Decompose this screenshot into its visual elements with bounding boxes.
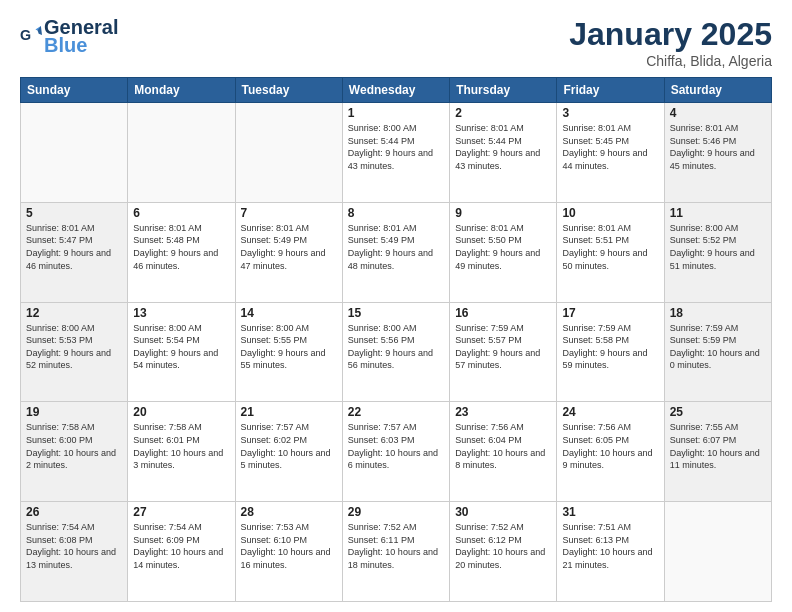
header: G General Blue January 2025 Chiffa, Blid… bbox=[20, 16, 772, 69]
day-number: 10 bbox=[562, 206, 658, 220]
svg-text:G: G bbox=[20, 27, 31, 43]
day-cell-20: 20Sunrise: 7:58 AM Sunset: 6:01 PM Dayli… bbox=[128, 402, 235, 502]
day-number: 11 bbox=[670, 206, 766, 220]
day-info: Sunrise: 7:58 AM Sunset: 6:01 PM Dayligh… bbox=[133, 421, 229, 471]
day-number: 30 bbox=[455, 505, 551, 519]
day-number: 9 bbox=[455, 206, 551, 220]
day-cell-18: 18Sunrise: 7:59 AM Sunset: 5:59 PM Dayli… bbox=[664, 302, 771, 402]
day-number: 31 bbox=[562, 505, 658, 519]
day-cell-4: 4Sunrise: 8:01 AM Sunset: 5:46 PM Daylig… bbox=[664, 103, 771, 203]
day-info: Sunrise: 7:59 AM Sunset: 5:58 PM Dayligh… bbox=[562, 322, 658, 372]
day-number: 21 bbox=[241, 405, 337, 419]
day-cell-26: 26Sunrise: 7:54 AM Sunset: 6:08 PM Dayli… bbox=[21, 502, 128, 602]
logo: G General Blue bbox=[20, 16, 118, 56]
day-info: Sunrise: 8:00 AM Sunset: 5:55 PM Dayligh… bbox=[241, 322, 337, 372]
page: G General Blue January 2025 Chiffa, Blid… bbox=[0, 0, 792, 612]
day-cell-12: 12Sunrise: 8:00 AM Sunset: 5:53 PM Dayli… bbox=[21, 302, 128, 402]
day-number: 22 bbox=[348, 405, 444, 419]
day-cell-28: 28Sunrise: 7:53 AM Sunset: 6:10 PM Dayli… bbox=[235, 502, 342, 602]
day-info: Sunrise: 8:00 AM Sunset: 5:56 PM Dayligh… bbox=[348, 322, 444, 372]
week-row-4: 19Sunrise: 7:58 AM Sunset: 6:00 PM Dayli… bbox=[21, 402, 772, 502]
day-cell-11: 11Sunrise: 8:00 AM Sunset: 5:52 PM Dayli… bbox=[664, 202, 771, 302]
day-number: 23 bbox=[455, 405, 551, 419]
day-info: Sunrise: 7:56 AM Sunset: 6:04 PM Dayligh… bbox=[455, 421, 551, 471]
day-cell-15: 15Sunrise: 8:00 AM Sunset: 5:56 PM Dayli… bbox=[342, 302, 449, 402]
day-number: 24 bbox=[562, 405, 658, 419]
logo-icon: G General Blue bbox=[20, 16, 118, 56]
day-cell-8: 8Sunrise: 8:01 AM Sunset: 5:49 PM Daylig… bbox=[342, 202, 449, 302]
day-number: 18 bbox=[670, 306, 766, 320]
day-cell-22: 22Sunrise: 7:57 AM Sunset: 6:03 PM Dayli… bbox=[342, 402, 449, 502]
day-cell-1: 1Sunrise: 8:00 AM Sunset: 5:44 PM Daylig… bbox=[342, 103, 449, 203]
day-info: Sunrise: 7:59 AM Sunset: 5:57 PM Dayligh… bbox=[455, 322, 551, 372]
weekday-header-wednesday: Wednesday bbox=[342, 78, 449, 103]
month-title: January 2025 bbox=[569, 16, 772, 53]
day-info: Sunrise: 7:53 AM Sunset: 6:10 PM Dayligh… bbox=[241, 521, 337, 571]
day-number: 25 bbox=[670, 405, 766, 419]
day-number: 28 bbox=[241, 505, 337, 519]
day-cell-2: 2Sunrise: 8:01 AM Sunset: 5:44 PM Daylig… bbox=[450, 103, 557, 203]
day-info: Sunrise: 8:01 AM Sunset: 5:49 PM Dayligh… bbox=[348, 222, 444, 272]
day-info: Sunrise: 8:01 AM Sunset: 5:50 PM Dayligh… bbox=[455, 222, 551, 272]
logo-bird-icon: G bbox=[20, 25, 42, 47]
day-info: Sunrise: 7:52 AM Sunset: 6:12 PM Dayligh… bbox=[455, 521, 551, 571]
empty-cell bbox=[664, 502, 771, 602]
day-cell-27: 27Sunrise: 7:54 AM Sunset: 6:09 PM Dayli… bbox=[128, 502, 235, 602]
day-info: Sunrise: 8:01 AM Sunset: 5:46 PM Dayligh… bbox=[670, 122, 766, 172]
day-number: 2 bbox=[455, 106, 551, 120]
day-info: Sunrise: 7:58 AM Sunset: 6:00 PM Dayligh… bbox=[26, 421, 122, 471]
calendar-table: SundayMondayTuesdayWednesdayThursdayFrid… bbox=[20, 77, 772, 602]
location: Chiffa, Blida, Algeria bbox=[569, 53, 772, 69]
day-cell-21: 21Sunrise: 7:57 AM Sunset: 6:02 PM Dayli… bbox=[235, 402, 342, 502]
day-cell-14: 14Sunrise: 8:00 AM Sunset: 5:55 PM Dayli… bbox=[235, 302, 342, 402]
day-number: 16 bbox=[455, 306, 551, 320]
day-info: Sunrise: 8:01 AM Sunset: 5:51 PM Dayligh… bbox=[562, 222, 658, 272]
weekday-header-monday: Monday bbox=[128, 78, 235, 103]
day-number: 4 bbox=[670, 106, 766, 120]
title-block: January 2025 Chiffa, Blida, Algeria bbox=[569, 16, 772, 69]
day-info: Sunrise: 8:01 AM Sunset: 5:48 PM Dayligh… bbox=[133, 222, 229, 272]
logo-blue: Blue bbox=[44, 34, 118, 56]
day-number: 26 bbox=[26, 505, 122, 519]
day-info: Sunrise: 8:00 AM Sunset: 5:44 PM Dayligh… bbox=[348, 122, 444, 172]
day-cell-10: 10Sunrise: 8:01 AM Sunset: 5:51 PM Dayli… bbox=[557, 202, 664, 302]
day-info: Sunrise: 7:52 AM Sunset: 6:11 PM Dayligh… bbox=[348, 521, 444, 571]
day-number: 14 bbox=[241, 306, 337, 320]
day-info: Sunrise: 8:00 AM Sunset: 5:52 PM Dayligh… bbox=[670, 222, 766, 272]
empty-cell bbox=[21, 103, 128, 203]
day-cell-5: 5Sunrise: 8:01 AM Sunset: 5:47 PM Daylig… bbox=[21, 202, 128, 302]
weekday-header-friday: Friday bbox=[557, 78, 664, 103]
day-info: Sunrise: 7:54 AM Sunset: 6:09 PM Dayligh… bbox=[133, 521, 229, 571]
day-cell-19: 19Sunrise: 7:58 AM Sunset: 6:00 PM Dayli… bbox=[21, 402, 128, 502]
day-info: Sunrise: 7:57 AM Sunset: 6:03 PM Dayligh… bbox=[348, 421, 444, 471]
day-cell-9: 9Sunrise: 8:01 AM Sunset: 5:50 PM Daylig… bbox=[450, 202, 557, 302]
day-cell-16: 16Sunrise: 7:59 AM Sunset: 5:57 PM Dayli… bbox=[450, 302, 557, 402]
weekday-header-saturday: Saturday bbox=[664, 78, 771, 103]
day-info: Sunrise: 8:01 AM Sunset: 5:47 PM Dayligh… bbox=[26, 222, 122, 272]
weekday-header-sunday: Sunday bbox=[21, 78, 128, 103]
day-number: 13 bbox=[133, 306, 229, 320]
day-cell-30: 30Sunrise: 7:52 AM Sunset: 6:12 PM Dayli… bbox=[450, 502, 557, 602]
day-number: 20 bbox=[133, 405, 229, 419]
week-row-5: 26Sunrise: 7:54 AM Sunset: 6:08 PM Dayli… bbox=[21, 502, 772, 602]
day-number: 17 bbox=[562, 306, 658, 320]
week-row-3: 12Sunrise: 8:00 AM Sunset: 5:53 PM Dayli… bbox=[21, 302, 772, 402]
day-number: 8 bbox=[348, 206, 444, 220]
day-info: Sunrise: 8:01 AM Sunset: 5:49 PM Dayligh… bbox=[241, 222, 337, 272]
day-number: 6 bbox=[133, 206, 229, 220]
week-row-2: 5Sunrise: 8:01 AM Sunset: 5:47 PM Daylig… bbox=[21, 202, 772, 302]
day-info: Sunrise: 7:51 AM Sunset: 6:13 PM Dayligh… bbox=[562, 521, 658, 571]
day-cell-17: 17Sunrise: 7:59 AM Sunset: 5:58 PM Dayli… bbox=[557, 302, 664, 402]
day-cell-23: 23Sunrise: 7:56 AM Sunset: 6:04 PM Dayli… bbox=[450, 402, 557, 502]
empty-cell bbox=[235, 103, 342, 203]
day-cell-24: 24Sunrise: 7:56 AM Sunset: 6:05 PM Dayli… bbox=[557, 402, 664, 502]
day-cell-6: 6Sunrise: 8:01 AM Sunset: 5:48 PM Daylig… bbox=[128, 202, 235, 302]
day-number: 7 bbox=[241, 206, 337, 220]
day-cell-3: 3Sunrise: 8:01 AM Sunset: 5:45 PM Daylig… bbox=[557, 103, 664, 203]
day-cell-13: 13Sunrise: 8:00 AM Sunset: 5:54 PM Dayli… bbox=[128, 302, 235, 402]
day-info: Sunrise: 8:00 AM Sunset: 5:53 PM Dayligh… bbox=[26, 322, 122, 372]
day-info: Sunrise: 8:01 AM Sunset: 5:44 PM Dayligh… bbox=[455, 122, 551, 172]
day-info: Sunrise: 7:55 AM Sunset: 6:07 PM Dayligh… bbox=[670, 421, 766, 471]
day-number: 27 bbox=[133, 505, 229, 519]
day-cell-31: 31Sunrise: 7:51 AM Sunset: 6:13 PM Dayli… bbox=[557, 502, 664, 602]
